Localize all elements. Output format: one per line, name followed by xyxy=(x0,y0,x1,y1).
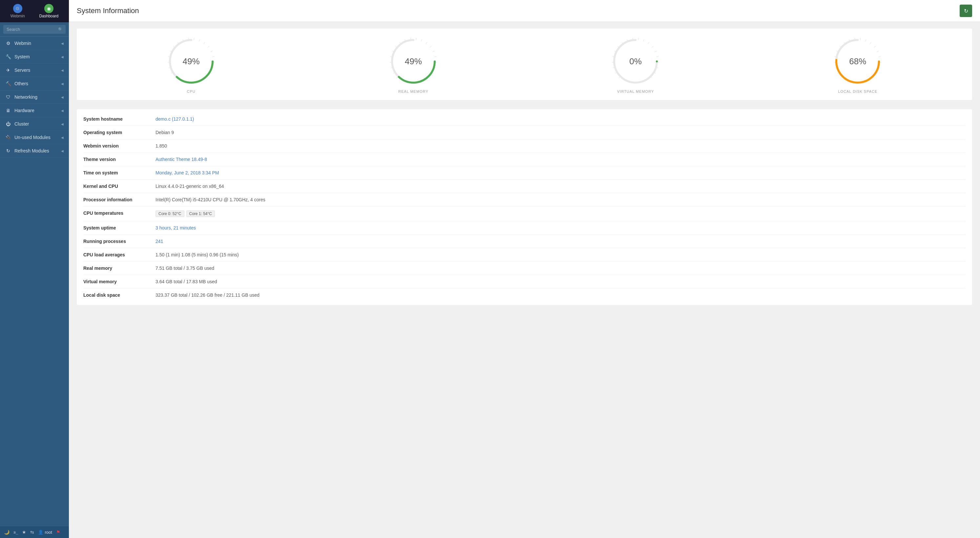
sidebar-item-hardware[interactable]: 🖥 Hardware ◀ xyxy=(0,104,69,117)
info-row: Local disk space 323.37 GB total / 102.2… xyxy=(83,289,966,302)
gauge-svg-virtual-memory: 0% xyxy=(609,35,662,87)
svg-line-11 xyxy=(199,39,200,42)
search-input[interactable] xyxy=(3,25,65,34)
info-row: System uptime 3 hours, 21 minutes xyxy=(83,221,966,235)
nav-icon-servers: ✈ xyxy=(5,68,11,73)
info-val-wrap: demo.c (127.0.1.1) xyxy=(156,116,966,122)
info-key: System uptime xyxy=(83,225,156,230)
content-area: 49% CPU 49% REAL MEMORY xyxy=(69,22,980,311)
share-icon[interactable]: ⇆ xyxy=(30,530,34,535)
info-val-wrap: Authentic Theme 18.49-8 xyxy=(156,157,966,162)
info-val-wrap: 241 xyxy=(156,239,966,244)
svg-line-10 xyxy=(194,38,194,40)
nav-arrow-cluster: ◀ xyxy=(61,122,64,126)
info-key: Operating system xyxy=(83,130,156,135)
svg-line-79 xyxy=(874,46,876,48)
info-val-wrap: Intel(R) Core(TM) i5-4210U CPU @ 1.70GHz… xyxy=(156,197,966,202)
info-key: Running processes xyxy=(83,239,156,244)
info-key: Time on system xyxy=(83,170,156,175)
flag-icon[interactable]: ⚑ xyxy=(56,530,60,535)
nav-icon-networking: 🛡 xyxy=(5,94,11,100)
sidebar: ⚙ Webmin ◉ Dashboard 🔍 ⚙ Webmin ◀ 🔧 Syst… xyxy=(0,0,69,538)
nav-label-cluster: Cluster xyxy=(14,121,29,127)
gauge-label-cpu: CPU xyxy=(187,89,196,94)
nav-icon-refresh-modules: ↻ xyxy=(5,148,11,154)
nav-item-left: 🔌 Un-used Modules xyxy=(5,135,51,140)
nav-icon-cluster: ⏻ xyxy=(5,121,11,127)
svg-line-58 xyxy=(655,51,657,52)
info-key: Webmin version xyxy=(83,143,156,149)
sidebar-webmin-tab[interactable]: ⚙ Webmin xyxy=(11,4,25,18)
refresh-button[interactable]: ↻ xyxy=(960,5,972,17)
info-key: Theme version xyxy=(83,157,156,162)
search-box: 🔍 xyxy=(0,22,69,37)
sidebar-item-others[interactable]: 🔨 Others ◀ xyxy=(0,77,69,90)
sidebar-item-unused-modules[interactable]: 🔌 Un-used Modules ◀ xyxy=(0,131,69,144)
gauge-value-virtual-memory: 0% xyxy=(629,56,642,67)
sidebar-item-cluster[interactable]: ⏻ Cluster ◀ xyxy=(0,117,69,131)
gauge-real-memory: 49% REAL MEMORY xyxy=(305,35,521,94)
user-label[interactable]: 👤 root xyxy=(38,530,52,535)
info-val-wrap: Core 0: 52°CCore 1: 54°C xyxy=(156,211,966,217)
sidebar-dashboard-tab[interactable]: ◉ Dashboard xyxy=(39,4,59,18)
info-key: CPU load averages xyxy=(83,252,156,257)
sidebar-item-webmin[interactable]: ⚙ Webmin ◀ xyxy=(0,37,69,50)
nav-arrow-unused-modules: ◀ xyxy=(61,136,64,139)
sidebar-item-networking[interactable]: 🛡 Networking ◀ xyxy=(0,90,69,104)
svg-line-78 xyxy=(870,42,872,44)
nav-label-servers: Servers xyxy=(14,68,30,73)
moon-icon[interactable]: 🌙 xyxy=(4,530,10,535)
nav-arrow-servers: ◀ xyxy=(61,68,64,72)
nav-list: ⚙ Webmin ◀ 🔧 System ◀ ✈ Servers ◀ 🔨 Othe… xyxy=(0,37,69,158)
gauge-label-virtual-memory: VIRTUAL MEMORY xyxy=(617,89,654,94)
svg-line-15 xyxy=(212,56,214,57)
info-val-wrap: 1.50 (1 min) 1.08 (5 mins) 0.96 (15 mins… xyxy=(156,252,966,257)
webmin-icon: ⚙ xyxy=(13,4,22,13)
sidebar-item-servers[interactable]: ✈ Servers ◀ xyxy=(0,63,69,77)
terminal-icon[interactable]: ≥_ xyxy=(13,530,18,535)
info-val-wrap: Linux 4.4.0-21-generic on x86_64 xyxy=(156,184,966,189)
gauge-value-real-memory: 49% xyxy=(405,56,422,67)
nav-arrow-webmin: ◀ xyxy=(61,42,64,45)
info-value: 3.64 GB total / 17.83 MB used xyxy=(156,279,217,284)
nav-item-left: ↻ Refresh Modules xyxy=(5,148,49,154)
nav-arrow-system: ◀ xyxy=(61,55,64,59)
temp-badge: Core 1: 54°C xyxy=(186,211,215,217)
info-value: Intel(R) Core(TM) i5-4210U CPU @ 1.70GHz… xyxy=(156,197,266,202)
info-row: Operating system Debian 9 xyxy=(83,126,966,139)
nav-arrow-hardware: ◀ xyxy=(61,109,64,113)
info-val-wrap: 323.37 GB total / 102.26 GB free / 221.1… xyxy=(156,292,966,298)
info-val-wrap: 7.51 GB total / 3.75 GB used xyxy=(156,265,966,271)
svg-line-57 xyxy=(652,46,654,48)
nav-icon-unused-modules: 🔌 xyxy=(5,135,11,140)
info-value: Debian 9 xyxy=(156,130,174,135)
svg-line-54 xyxy=(638,38,638,40)
svg-line-59 xyxy=(657,56,659,57)
sidebar-item-refresh-modules[interactable]: ↻ Refresh Modules ◀ xyxy=(0,144,69,158)
info-val-wrap: Monday, June 2, 2018 3:34 PM xyxy=(156,170,966,175)
nav-icon-hardware: 🖥 xyxy=(5,108,11,113)
info-value: 241 xyxy=(156,239,163,244)
nav-item-left: 🛡 Networking xyxy=(5,94,37,100)
info-value: 323.37 GB total / 102.26 GB free / 221.1… xyxy=(156,292,259,298)
gauge-label-local-disk: LOCAL DISK SPACE xyxy=(838,89,877,94)
gauge-value-cpu: 49% xyxy=(183,56,200,67)
star-icon[interactable]: ★ xyxy=(22,530,26,535)
nav-item-left: 🔧 System xyxy=(5,54,30,59)
gauge-svg-local-disk: 68% xyxy=(831,35,884,87)
gauge-svg-cpu: 49% xyxy=(165,35,218,87)
nav-item-left: ⏻ Cluster xyxy=(5,121,29,127)
nav-icon-others: 🔨 xyxy=(5,81,11,86)
nav-item-left: 🖥 Hardware xyxy=(5,108,35,113)
info-val-wrap: 3 hours, 21 minutes xyxy=(156,225,966,230)
info-key: Kernel and CPU xyxy=(83,184,156,189)
info-value: 1.850 xyxy=(156,143,167,149)
sidebar-item-system[interactable]: 🔧 System ◀ xyxy=(0,50,69,63)
gauges-row: 49% CPU 49% REAL MEMORY xyxy=(77,29,972,100)
nav-label-system: System xyxy=(14,54,30,59)
nav-arrow-networking: ◀ xyxy=(61,95,64,99)
info-row: CPU temperatures Core 0: 52°CCore 1: 54°… xyxy=(83,206,966,221)
gauge-virtual-memory: 0% VIRTUAL MEMORY xyxy=(528,35,743,94)
user-icon: 👤 xyxy=(38,530,43,535)
nav-label-webmin: Webmin xyxy=(14,41,31,46)
